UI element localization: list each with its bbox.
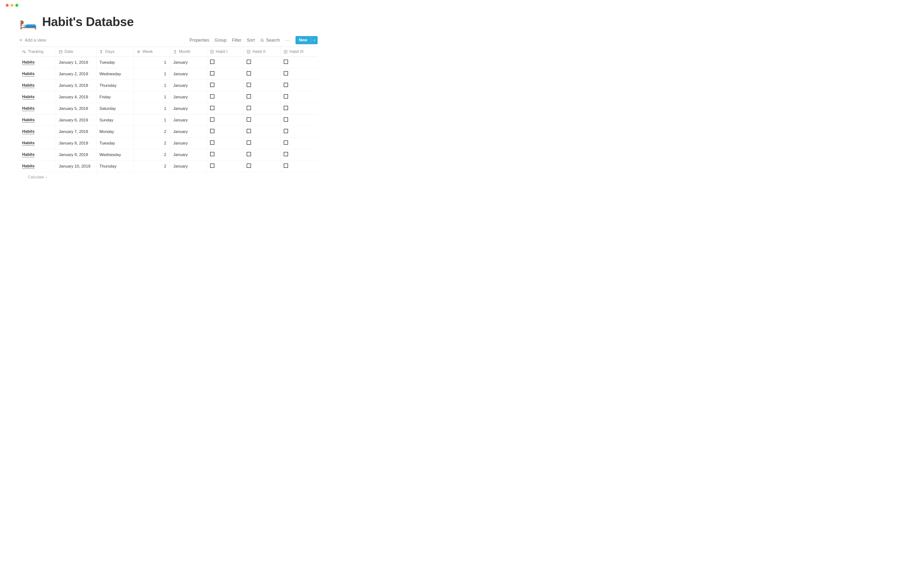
- checkbox[interactable]: [210, 106, 215, 110]
- checkbox[interactable]: [210, 163, 215, 168]
- table-row[interactable]: HabitsJanuary 8, 2019Tuesday2January: [19, 137, 318, 149]
- table-row[interactable]: HabitsJanuary 10, 2019Thursday2January: [19, 161, 318, 172]
- table-row[interactable]: HabitsJanuary 5, 2019Saturday1January: [19, 103, 318, 114]
- checkbox[interactable]: [284, 71, 288, 76]
- cell-month[interactable]: January: [170, 68, 207, 80]
- cell-habit3[interactable]: [281, 103, 318, 114]
- cell-month[interactable]: January: [170, 137, 207, 149]
- column-header-days[interactable]: Days: [97, 47, 134, 57]
- cell-habit3[interactable]: [281, 68, 318, 80]
- column-header-week[interactable]: Week: [134, 47, 170, 57]
- table-row[interactable]: HabitsJanuary 7, 2019Monday2January: [19, 126, 318, 137]
- checkbox[interactable]: [210, 117, 215, 122]
- cell-habit2[interactable]: [244, 149, 281, 161]
- cell-habit2[interactable]: [244, 91, 281, 103]
- add-view-button[interactable]: + Add a view: [19, 37, 46, 43]
- cell-date[interactable]: January 10, 2019: [56, 161, 97, 172]
- cell-habit3[interactable]: [281, 126, 318, 137]
- cell-week[interactable]: 2: [134, 137, 170, 149]
- column-header-date[interactable]: Date: [56, 47, 97, 57]
- checkbox[interactable]: [247, 117, 251, 122]
- cell-days[interactable]: Wednesday: [97, 68, 134, 80]
- cell-tracking[interactable]: Habits: [19, 126, 56, 137]
- page-title[interactable]: Habit's Databse: [42, 15, 134, 29]
- checkbox[interactable]: [210, 60, 215, 64]
- checkbox[interactable]: [284, 117, 288, 122]
- cell-tracking[interactable]: Habits: [19, 57, 56, 68]
- cell-week[interactable]: 1: [134, 114, 170, 126]
- page-link[interactable]: Habits: [22, 71, 35, 76]
- cell-days[interactable]: Monday: [97, 126, 134, 137]
- new-button-dropdown[interactable]: [311, 36, 318, 44]
- cell-habit1[interactable]: [207, 161, 244, 172]
- cell-days[interactable]: Wednesday: [97, 149, 134, 161]
- cell-tracking[interactable]: Habits: [19, 161, 56, 172]
- checkbox[interactable]: [247, 94, 251, 98]
- checkbox[interactable]: [210, 129, 215, 133]
- cell-days[interactable]: Saturday: [97, 103, 134, 114]
- cell-habit2[interactable]: [244, 161, 281, 172]
- checkbox[interactable]: [247, 106, 251, 110]
- page-link[interactable]: Habits: [22, 60, 35, 65]
- more-menu-icon[interactable]: ···: [285, 37, 290, 43]
- cell-habit1[interactable]: [207, 91, 244, 103]
- cell-month[interactable]: January: [170, 57, 207, 68]
- cell-week[interactable]: 2: [134, 126, 170, 137]
- cell-days[interactable]: Thursday: [97, 80, 134, 91]
- cell-days[interactable]: Friday: [97, 91, 134, 103]
- checkbox[interactable]: [247, 129, 251, 133]
- group-button[interactable]: Group: [215, 38, 227, 43]
- column-header-habit2[interactable]: Habit II: [244, 47, 281, 57]
- checkbox[interactable]: [210, 140, 215, 145]
- cell-habit1[interactable]: [207, 114, 244, 126]
- cell-week[interactable]: 1: [134, 91, 170, 103]
- filter-button[interactable]: Filter: [232, 38, 242, 43]
- column-header-tracking[interactable]: Tracking: [19, 47, 56, 57]
- checkbox[interactable]: [247, 71, 251, 76]
- page-link[interactable]: Habits: [22, 129, 35, 134]
- page-link[interactable]: Habits: [22, 106, 35, 111]
- checkbox[interactable]: [284, 94, 288, 98]
- checkbox[interactable]: [284, 129, 288, 133]
- cell-date[interactable]: January 5, 2019: [56, 103, 97, 114]
- cell-habit2[interactable]: [244, 103, 281, 114]
- checkbox[interactable]: [284, 163, 288, 168]
- cell-month[interactable]: January: [170, 126, 207, 137]
- checkbox[interactable]: [284, 83, 288, 87]
- cell-habit3[interactable]: [281, 80, 318, 91]
- page-link[interactable]: Habits: [22, 164, 35, 169]
- cell-tracking[interactable]: Habits: [19, 114, 56, 126]
- cell-days[interactable]: Tuesday: [97, 137, 134, 149]
- cell-habit3[interactable]: [281, 161, 318, 172]
- checkbox[interactable]: [284, 60, 288, 64]
- cell-tracking[interactable]: Habits: [19, 149, 56, 161]
- cell-week[interactable]: 2: [134, 149, 170, 161]
- cell-month[interactable]: January: [170, 149, 207, 161]
- cell-habit2[interactable]: [244, 57, 281, 68]
- cell-week[interactable]: 1: [134, 57, 170, 68]
- cell-date[interactable]: January 4, 2019: [56, 91, 97, 103]
- properties-button[interactable]: Properties: [190, 38, 209, 43]
- cell-week[interactable]: 2: [134, 161, 170, 172]
- cell-habit2[interactable]: [244, 68, 281, 80]
- cell-habit1[interactable]: [207, 57, 244, 68]
- page-link[interactable]: Habits: [22, 95, 35, 100]
- cell-habit1[interactable]: [207, 103, 244, 114]
- cell-days[interactable]: Sunday: [97, 114, 134, 126]
- search-button[interactable]: Search: [260, 38, 280, 43]
- cell-date[interactable]: January 1, 2019: [56, 57, 97, 68]
- cell-date[interactable]: January 7, 2019: [56, 126, 97, 137]
- cell-month[interactable]: January: [170, 103, 207, 114]
- page-link[interactable]: Habits: [22, 83, 35, 88]
- cell-habit2[interactable]: [244, 137, 281, 149]
- checkbox[interactable]: [247, 152, 251, 156]
- calculate-button[interactable]: Calculate: [19, 172, 318, 179]
- sort-button[interactable]: Sort: [247, 38, 255, 43]
- checkbox[interactable]: [210, 83, 215, 87]
- cell-tracking[interactable]: Habits: [19, 103, 56, 114]
- table-row[interactable]: HabitsJanuary 4, 2019Friday1January: [19, 91, 318, 103]
- cell-habit1[interactable]: [207, 80, 244, 91]
- cell-week[interactable]: 1: [134, 68, 170, 80]
- cell-month[interactable]: January: [170, 91, 207, 103]
- cell-tracking[interactable]: Habits: [19, 91, 56, 103]
